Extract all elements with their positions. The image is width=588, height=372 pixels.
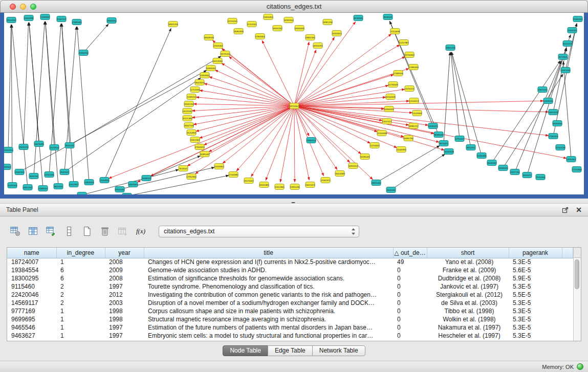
graph-node[interactable]: 18724007 [289,103,299,109]
graph-node[interactable]: 18316265 [313,43,323,49]
graph-node[interactable]: 9450302 [466,145,475,150]
graph-node[interactable]: 12224205 [227,18,237,24]
scrollbar-thumb[interactable] [575,259,579,289]
table-row[interactable]: 1830029562008Estimation of significance … [7,274,573,282]
graph-node[interactable]: 12217987 [399,40,409,46]
graph-edge[interactable] [294,21,356,106]
graph-node[interactable]: 17064854 [99,178,110,183]
graph-node[interactable]: 15367057 [56,16,67,22]
graph-node[interactable]: 15056802 [214,164,224,169]
graph-node[interactable]: 11254403 [370,143,380,148]
delete-table-icon[interactable] [99,225,111,237]
graph-edge[interactable] [187,106,294,166]
graph-edge[interactable] [108,106,294,179]
graph-node[interactable]: 6791902 [455,136,464,142]
column-header-out_degree[interactable]: △ out_de… [393,248,427,258]
graph-edge[interactable] [193,104,294,106]
graph-edge[interactable] [294,106,295,182]
table-row[interactable]: 2242004622012Investigating the contribut… [7,291,573,299]
table-row[interactable]: 911546021997Tourette syndrome. Phenomeno… [7,282,573,291]
graph-node[interactable]: 16841442 [371,180,381,186]
graph-node[interactable]: 8939648 [434,132,443,138]
graph-node[interactable]: 11903056 [84,180,94,185]
graph-node[interactable]: 16644433 [294,26,304,31]
graph-node[interactable]: 12810007 [566,157,576,162]
graph-node[interactable]: 11607427 [382,119,392,124]
graph-edge[interactable] [46,21,58,186]
graph-edge[interactable] [19,70,207,172]
graph-node[interactable]: 18163385 [259,182,269,188]
graph-node[interactable]: 19565234 [184,101,194,107]
graph-edge[interactable] [29,23,43,188]
graph-edge[interactable] [223,106,294,163]
table-row[interactable]: 969969511998Structural magnetic resonanc… [7,315,573,323]
graph-node[interactable]: 14560430 [44,172,54,178]
graph-node[interactable]: 10430561 [7,183,17,188]
graph-edge[interactable] [24,23,29,147]
table-settings-icon[interactable] [9,225,21,237]
graph-edge[interactable] [222,49,294,106]
column-header-short[interactable]: short [427,248,509,258]
graph-node[interactable]: 15824450 [263,14,273,20]
graph-node[interactable]: 19734943 [404,52,415,58]
graph-node[interactable]: 16605242 [272,26,282,31]
graph-node[interactable]: 16949310 [284,17,294,23]
graph-node[interactable]: 17161424 [548,134,558,139]
graph-node[interactable]: 12610440 [115,187,125,192]
graph-node[interactable]: 17854366 [186,174,197,180]
graph-node[interactable]: 12873120 [537,87,548,93]
graph-node[interactable]: 20260550 [4,147,13,153]
graph-node[interactable]: 16596041 [360,154,370,160]
graph-node[interactable]: 19412461 [190,137,200,143]
network-canvas[interactable]: 1831456210400998112833091536705717085681… [4,13,584,199]
graph-node[interactable]: 9272905 [558,54,568,60]
graph-edge[interactable] [376,146,440,183]
graph-node[interactable]: 16570042 [244,178,254,184]
graph-node[interactable]: 18601258 [168,21,178,27]
graph-node[interactable]: 8134304 [354,15,363,21]
graph-edge[interactable] [215,70,294,106]
graph-node[interactable]: 16046562 [487,160,497,166]
graph-node[interactable]: 12204098 [377,130,387,136]
table-row[interactable]: 1938455462009Genome-wide association stu… [7,266,573,274]
graph-node[interactable]: 1186222 [122,193,132,199]
column-header-title[interactable]: title [144,248,393,258]
graph-edge[interactable] [294,34,391,106]
graph-node[interactable]: 10022013 [562,41,573,47]
graph-node[interactable]: 17081971 [320,178,331,183]
graph-node[interactable]: 11076504 [50,145,59,150]
edit-table-icon[interactable] [45,225,57,237]
graph-node[interactable]: 10400998 [24,15,34,21]
float-panel-icon[interactable] [562,207,569,213]
graph-node-shape[interactable] [122,193,132,199]
graph-node[interactable]: 19845194 [445,45,455,51]
graph-node[interactable]: 17489506 [393,71,403,76]
graph-node[interactable]: 9245012 [522,172,532,178]
graph-node[interactable]: 11431305 [568,28,577,33]
graph-node[interactable]: 10844031 [384,106,394,112]
graph-node[interactable]: 18067508 [184,123,194,128]
graph-node[interactable]: 16946055 [498,165,508,171]
graph-edge[interactable] [266,106,294,181]
graph-node[interactable]: 12106113 [409,98,419,104]
graph-edge[interactable] [62,24,74,184]
graph-node[interactable]: 18668039 [204,35,214,40]
column-header-in_degree[interactable]: in_degree [56,248,105,258]
graph-node[interactable]: 20354704 [78,50,89,56]
graph-node[interactable]: 17604453 [194,144,205,150]
graph-edge[interactable] [193,106,294,124]
graph-node[interactable]: 10430305 [476,153,487,159]
graph-node[interactable]: 17544382 [228,172,238,178]
graph-node[interactable]: 12161030 [555,145,565,150]
graph-node[interactable]: 9245034 [386,187,396,193]
graph-node[interactable]: 18985707 [408,123,419,129]
graph-edge[interactable] [553,24,577,136]
graph-node[interactable]: 17710904 [572,167,582,172]
graph-node[interactable]: 16214806 [186,130,197,136]
graph-edge[interactable] [209,106,294,152]
network-view[interactable]: 1831456210400998112833091536705717085681… [0,13,588,199]
graph-node[interactable]: 12065503 [14,169,25,175]
table-row[interactable]: 1872400712008Changes of HCN gene express… [7,258,573,266]
table-select-dropdown[interactable]: citations_edges.txt [159,226,359,237]
graph-edge[interactable] [64,27,76,172]
